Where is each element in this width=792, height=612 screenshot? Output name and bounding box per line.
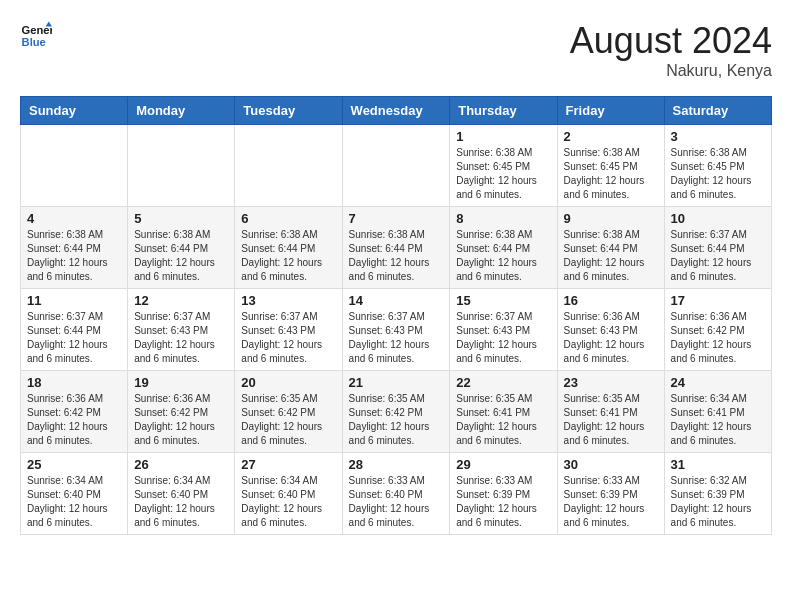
day-number: 28 <box>349 457 444 472</box>
calendar-cell: 24Sunrise: 6:34 AMSunset: 6:41 PMDayligh… <box>664 371 771 453</box>
day-info: Sunrise: 6:37 AMSunset: 6:43 PMDaylight:… <box>241 310 335 366</box>
day-number: 5 <box>134 211 228 226</box>
day-number: 26 <box>134 457 228 472</box>
day-info: Sunrise: 6:38 AMSunset: 6:45 PMDaylight:… <box>564 146 658 202</box>
day-info: Sunrise: 6:37 AMSunset: 6:43 PMDaylight:… <box>134 310 228 366</box>
day-info: Sunrise: 6:36 AMSunset: 6:43 PMDaylight:… <box>564 310 658 366</box>
day-of-week-header: Saturday <box>664 97 771 125</box>
logo: General Blue <box>20 20 56 52</box>
calendar-cell <box>21 125 128 207</box>
location: Nakuru, Kenya <box>570 62 772 80</box>
calendar-cell: 22Sunrise: 6:35 AMSunset: 6:41 PMDayligh… <box>450 371 557 453</box>
day-of-week-header: Wednesday <box>342 97 450 125</box>
day-number: 4 <box>27 211 121 226</box>
day-number: 25 <box>27 457 121 472</box>
day-info: Sunrise: 6:34 AMSunset: 6:40 PMDaylight:… <box>27 474 121 530</box>
calendar-cell: 31Sunrise: 6:32 AMSunset: 6:39 PMDayligh… <box>664 453 771 535</box>
day-number: 13 <box>241 293 335 308</box>
day-info: Sunrise: 6:34 AMSunset: 6:40 PMDaylight:… <box>134 474 228 530</box>
day-info: Sunrise: 6:38 AMSunset: 6:44 PMDaylight:… <box>134 228 228 284</box>
day-number: 21 <box>349 375 444 390</box>
calendar-cell: 29Sunrise: 6:33 AMSunset: 6:39 PMDayligh… <box>450 453 557 535</box>
calendar-cell: 14Sunrise: 6:37 AMSunset: 6:43 PMDayligh… <box>342 289 450 371</box>
day-of-week-header: Tuesday <box>235 97 342 125</box>
day-info: Sunrise: 6:34 AMSunset: 6:40 PMDaylight:… <box>241 474 335 530</box>
calendar-cell: 9Sunrise: 6:38 AMSunset: 6:44 PMDaylight… <box>557 207 664 289</box>
day-info: Sunrise: 6:36 AMSunset: 6:42 PMDaylight:… <box>27 392 121 448</box>
calendar-cell: 17Sunrise: 6:36 AMSunset: 6:42 PMDayligh… <box>664 289 771 371</box>
day-info: Sunrise: 6:38 AMSunset: 6:44 PMDaylight:… <box>349 228 444 284</box>
month-year: August 2024 <box>570 20 772 62</box>
calendar-cell: 16Sunrise: 6:36 AMSunset: 6:43 PMDayligh… <box>557 289 664 371</box>
day-info: Sunrise: 6:33 AMSunset: 6:39 PMDaylight:… <box>456 474 550 530</box>
calendar-cell: 15Sunrise: 6:37 AMSunset: 6:43 PMDayligh… <box>450 289 557 371</box>
calendar-cell: 25Sunrise: 6:34 AMSunset: 6:40 PMDayligh… <box>21 453 128 535</box>
day-number: 6 <box>241 211 335 226</box>
day-number: 3 <box>671 129 765 144</box>
calendar-cell: 12Sunrise: 6:37 AMSunset: 6:43 PMDayligh… <box>128 289 235 371</box>
day-info: Sunrise: 6:37 AMSunset: 6:43 PMDaylight:… <box>456 310 550 366</box>
calendar-cell: 30Sunrise: 6:33 AMSunset: 6:39 PMDayligh… <box>557 453 664 535</box>
calendar-cell: 2Sunrise: 6:38 AMSunset: 6:45 PMDaylight… <box>557 125 664 207</box>
calendar-cell <box>342 125 450 207</box>
day-number: 14 <box>349 293 444 308</box>
day-number: 1 <box>456 129 550 144</box>
day-number: 12 <box>134 293 228 308</box>
day-number: 8 <box>456 211 550 226</box>
day-info: Sunrise: 6:34 AMSunset: 6:41 PMDaylight:… <box>671 392 765 448</box>
day-number: 7 <box>349 211 444 226</box>
calendar-week-row: 1Sunrise: 6:38 AMSunset: 6:45 PMDaylight… <box>21 125 772 207</box>
day-of-week-header: Sunday <box>21 97 128 125</box>
day-number: 17 <box>671 293 765 308</box>
day-info: Sunrise: 6:35 AMSunset: 6:41 PMDaylight:… <box>456 392 550 448</box>
calendar-cell: 6Sunrise: 6:38 AMSunset: 6:44 PMDaylight… <box>235 207 342 289</box>
logo-icon: General Blue <box>20 20 52 52</box>
day-of-week-header: Monday <box>128 97 235 125</box>
day-number: 9 <box>564 211 658 226</box>
day-info: Sunrise: 6:37 AMSunset: 6:44 PMDaylight:… <box>671 228 765 284</box>
day-info: Sunrise: 6:32 AMSunset: 6:39 PMDaylight:… <box>671 474 765 530</box>
day-number: 24 <box>671 375 765 390</box>
day-number: 22 <box>456 375 550 390</box>
day-number: 23 <box>564 375 658 390</box>
day-info: Sunrise: 6:38 AMSunset: 6:45 PMDaylight:… <box>456 146 550 202</box>
day-number: 19 <box>134 375 228 390</box>
title-block: August 2024 Nakuru, Kenya <box>570 20 772 80</box>
day-number: 15 <box>456 293 550 308</box>
day-info: Sunrise: 6:38 AMSunset: 6:44 PMDaylight:… <box>564 228 658 284</box>
day-info: Sunrise: 6:33 AMSunset: 6:40 PMDaylight:… <box>349 474 444 530</box>
day-info: Sunrise: 6:35 AMSunset: 6:41 PMDaylight:… <box>564 392 658 448</box>
calendar-cell: 7Sunrise: 6:38 AMSunset: 6:44 PMDaylight… <box>342 207 450 289</box>
day-number: 10 <box>671 211 765 226</box>
svg-text:Blue: Blue <box>22 36 46 48</box>
calendar-cell: 13Sunrise: 6:37 AMSunset: 6:43 PMDayligh… <box>235 289 342 371</box>
calendar-cell: 5Sunrise: 6:38 AMSunset: 6:44 PMDaylight… <box>128 207 235 289</box>
day-number: 16 <box>564 293 658 308</box>
day-number: 31 <box>671 457 765 472</box>
day-info: Sunrise: 6:35 AMSunset: 6:42 PMDaylight:… <box>241 392 335 448</box>
calendar-table: SundayMondayTuesdayWednesdayThursdayFrid… <box>20 96 772 535</box>
day-info: Sunrise: 6:37 AMSunset: 6:44 PMDaylight:… <box>27 310 121 366</box>
calendar-cell: 10Sunrise: 6:37 AMSunset: 6:44 PMDayligh… <box>664 207 771 289</box>
day-of-week-header: Thursday <box>450 97 557 125</box>
calendar-cell: 19Sunrise: 6:36 AMSunset: 6:42 PMDayligh… <box>128 371 235 453</box>
calendar-week-row: 18Sunrise: 6:36 AMSunset: 6:42 PMDayligh… <box>21 371 772 453</box>
day-of-week-header: Friday <box>557 97 664 125</box>
calendar-week-row: 25Sunrise: 6:34 AMSunset: 6:40 PMDayligh… <box>21 453 772 535</box>
calendar-cell: 21Sunrise: 6:35 AMSunset: 6:42 PMDayligh… <box>342 371 450 453</box>
calendar-week-row: 11Sunrise: 6:37 AMSunset: 6:44 PMDayligh… <box>21 289 772 371</box>
day-number: 20 <box>241 375 335 390</box>
calendar-cell: 3Sunrise: 6:38 AMSunset: 6:45 PMDaylight… <box>664 125 771 207</box>
day-info: Sunrise: 6:35 AMSunset: 6:42 PMDaylight:… <box>349 392 444 448</box>
page-header: General Blue August 2024 Nakuru, Kenya <box>20 20 772 80</box>
day-info: Sunrise: 6:33 AMSunset: 6:39 PMDaylight:… <box>564 474 658 530</box>
day-info: Sunrise: 6:38 AMSunset: 6:45 PMDaylight:… <box>671 146 765 202</box>
day-info: Sunrise: 6:37 AMSunset: 6:43 PMDaylight:… <box>349 310 444 366</box>
calendar-cell <box>235 125 342 207</box>
calendar-week-row: 4Sunrise: 6:38 AMSunset: 6:44 PMDaylight… <box>21 207 772 289</box>
day-number: 30 <box>564 457 658 472</box>
calendar-cell: 4Sunrise: 6:38 AMSunset: 6:44 PMDaylight… <box>21 207 128 289</box>
day-number: 11 <box>27 293 121 308</box>
calendar-cell: 8Sunrise: 6:38 AMSunset: 6:44 PMDaylight… <box>450 207 557 289</box>
day-info: Sunrise: 6:38 AMSunset: 6:44 PMDaylight:… <box>456 228 550 284</box>
